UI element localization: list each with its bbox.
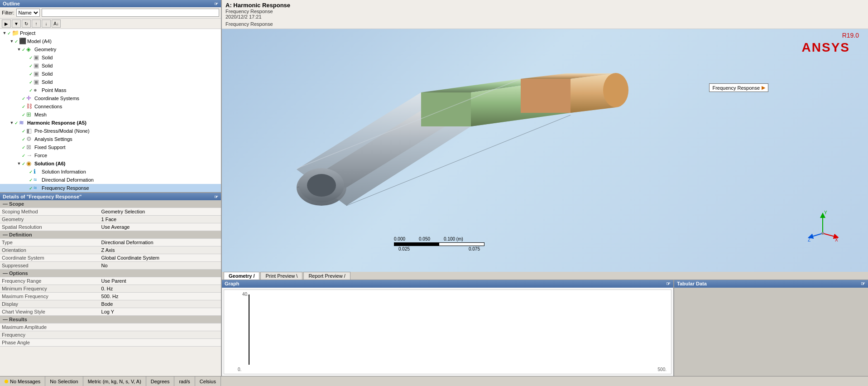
tree-status-coordsys: ✓	[22, 96, 25, 101]
detail-row-maximum-amplitude: Maximum Amplitude	[0, 323, 221, 331]
detail-label: Maximum Frequency	[0, 293, 100, 300]
tree-item-project[interactable]: ▼✓📁Project	[0, 29, 221, 37]
section-label-definition: — Definition	[3, 232, 32, 237]
scale-050: 0.050	[419, 236, 430, 241]
tree-status-analysissettings: ✓	[22, 137, 25, 142]
details-section-results: — Results	[0, 316, 221, 323]
tree-label-solid3: Solid	[42, 71, 53, 77]
tree-status-solid3: ✓	[29, 72, 33, 77]
tree-expand-harmonic[interactable]: ▼	[9, 120, 14, 125]
tree-item-solid3[interactable]: ✓▣Solid	[0, 70, 221, 78]
tab-geometry[interactable]: Geometry /	[224, 272, 259, 280]
tree-expand-force[interactable]	[16, 153, 22, 158]
svg-point-13	[307, 174, 336, 197]
tree-expand-directional[interactable]	[24, 177, 29, 183]
filter-select[interactable]: Name	[16, 9, 40, 17]
tree-item-solinfo[interactable]: ✓ℹSolution Information	[0, 168, 221, 176]
tree-expand-pointmass[interactable]	[24, 87, 29, 93]
graph-pin[interactable]: ☞	[666, 281, 671, 287]
tree-expand-coordsys[interactable]	[16, 96, 22, 101]
tree-item-harmonic[interactable]: ▼✓≋Harmonic Response (A5)	[0, 119, 221, 127]
tree-icon-project: 📁	[12, 29, 19, 37]
tree-expand-prestress[interactable]	[16, 128, 22, 134]
detail-value	[100, 339, 221, 347]
tree-label-solinfo: Solution Information	[42, 169, 86, 174]
detail-row-phase-angle: Phase Angle	[0, 339, 221, 347]
detail-value: No	[100, 262, 221, 270]
tree-item-fixedsupport[interactable]: ✓⊠Fixed Support	[0, 143, 221, 151]
axes-indicator: Y X Z	[807, 211, 839, 242]
tree-icon-model: ⬛	[19, 38, 26, 45]
filter-input[interactable]	[42, 9, 220, 17]
tabular-header: Tabular Data ☞	[674, 280, 868, 288]
outline-toolbar: ▶ ▼ ↻ ↑ ↓ A↓	[0, 19, 221, 29]
tree-expand-connections[interactable]	[16, 104, 22, 109]
tree-item-directional[interactable]: ✓≈Directional Deformation	[0, 176, 221, 184]
y-axis-label: Y	[824, 211, 827, 215]
tree-item-coordsys[interactable]: ✓✛Coordinate Systems	[0, 94, 221, 102]
viewport-subtitle2: 2020/12/2 17:21	[225, 14, 864, 19]
tree-expand-mesh[interactable]	[16, 112, 22, 117]
tree-icon-fixedsupport: ⊠	[26, 144, 34, 151]
status-selection: No Selection	[45, 376, 83, 386]
tree-expand-freqresponse[interactable]	[24, 185, 29, 191]
detail-value: Log Y	[100, 308, 221, 316]
tree-expand-solid4[interactable]	[24, 79, 29, 85]
detail-label: Type	[0, 239, 100, 246]
status-dot	[5, 380, 8, 383]
tree-status-pointmass: ✓	[29, 88, 33, 93]
toolbar-down-btn[interactable]: ↓	[42, 19, 51, 28]
toolbar-refresh-btn[interactable]: ↻	[22, 19, 31, 28]
outline-pin[interactable]: ☞	[214, 1, 218, 6]
detail-label: Suppressed	[0, 262, 100, 270]
tree-item-solution[interactable]: ▼✓◉Solution (A6)	[0, 159, 221, 168]
tree-expand-solution[interactable]: ▼	[16, 161, 22, 166]
tree-icon-solid1: ▣	[34, 54, 41, 61]
tree-icon-geometry: ◈	[26, 46, 34, 53]
tree-expand-solid1[interactable]	[24, 55, 29, 60]
tree-item-pointmass[interactable]: ✓●Point Mass	[0, 86, 221, 94]
tree-item-solid2[interactable]: ✓▣Solid	[0, 62, 221, 70]
tree-expand-solid2[interactable]	[24, 63, 29, 68]
tree-item-freqresponse[interactable]: ✓≈Frequency Response	[0, 184, 221, 192]
tree-expand-project[interactable]: ▼	[2, 30, 7, 36]
viewport-3d[interactable]: ANSYS R19.0 Frequency Response ▶	[222, 29, 868, 272]
tree-label-force: Force	[34, 153, 47, 158]
detail-label: Frequency	[0, 331, 100, 339]
tabular-content	[674, 288, 868, 376]
tree-item-analysissettings[interactable]: ✓⚙Analysis Settings	[0, 135, 221, 143]
tree-item-model[interactable]: ▼✓⬛Model (A4)	[0, 37, 221, 45]
tree-expand-analysissettings[interactable]	[16, 136, 22, 142]
tree-expand-solid3[interactable]	[24, 71, 29, 77]
tree-expand-model[interactable]: ▼	[9, 39, 14, 44]
bottom-area: Geometry / Print Preview \ Report Previe…	[222, 272, 868, 376]
tree-item-force[interactable]: ✓→Force	[0, 151, 221, 159]
tree-item-solid4[interactable]: ✓▣Solid	[0, 78, 221, 86]
toolbar-sort-btn[interactable]: A↓	[52, 19, 61, 28]
tab-report-preview[interactable]: Report Preview /	[303, 272, 350, 280]
filter-label: Filter:	[2, 10, 14, 15]
tabular-pin[interactable]: ☞	[861, 281, 865, 287]
toolbar-expand-btn[interactable]: ▶	[2, 19, 11, 28]
tree-expand-geometry[interactable]: ▼	[16, 47, 22, 52]
tree-icon-solid4: ▣	[34, 78, 41, 86]
svg-point-11	[603, 73, 628, 107]
tree-expand-solinfo[interactable]	[24, 169, 29, 174]
ansys-version: R19.0	[842, 32, 859, 39]
toolbar-up-btn[interactable]: ↑	[32, 19, 41, 28]
viewport-subtitle1: Frequency Response	[225, 9, 864, 14]
tree-item-solid1[interactable]: ✓▣Solid	[0, 53, 221, 62]
tree-item-mesh[interactable]: ✓⊞Mesh	[0, 111, 221, 119]
tree-item-geometry[interactable]: ▼✓◈Geometry	[0, 45, 221, 53]
ansys-logo: ANSYS	[802, 40, 850, 55]
details-pin[interactable]: ☞	[214, 194, 218, 199]
outline-header: Outline ☞	[0, 0, 221, 7]
tab-print-preview[interactable]: Print Preview \	[260, 272, 302, 280]
detail-value: Use Parent	[100, 277, 221, 285]
tree-expand-fixedsupport[interactable]	[16, 145, 22, 150]
tree-item-connections[interactable]: ✓⛓Connections	[0, 102, 221, 111]
toolbar-collapse-btn[interactable]: ▼	[12, 19, 21, 28]
graph-content: 40. 0. 500.	[224, 290, 671, 374]
tree-item-prestress[interactable]: ✓◧Pre-Stress/Modal (None)	[0, 127, 221, 135]
section-label-scope: — Scope	[3, 201, 24, 207]
